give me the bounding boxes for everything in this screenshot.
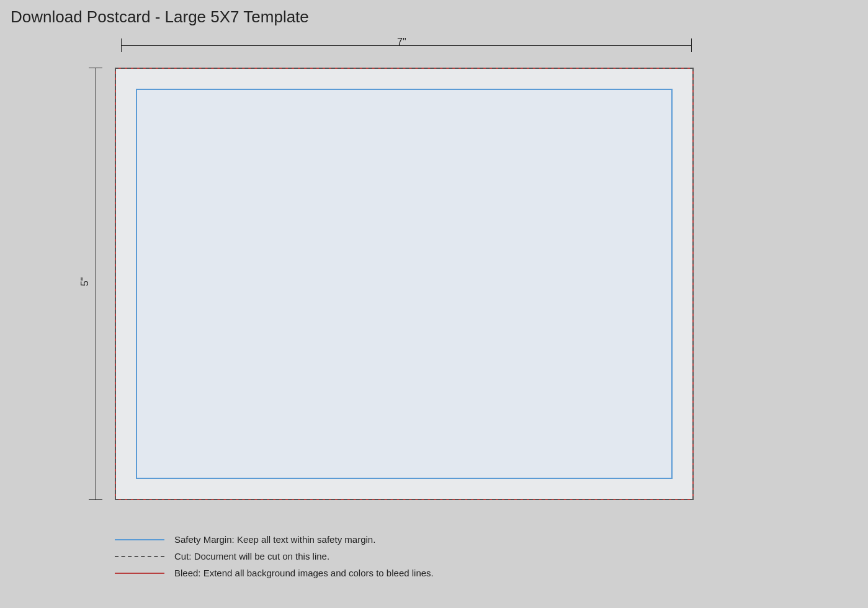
legend-cut-line xyxy=(115,556,164,557)
page-title: Download Postcard - Large 5X7 Template xyxy=(11,7,309,27)
legend-bleed-item: Bleed: Extend all background images and … xyxy=(115,568,434,578)
dim-height-label: 5" xyxy=(79,277,91,287)
legend-bleed-label: Bleed: Extend all background images and … xyxy=(174,568,434,578)
legend-bleed-line xyxy=(115,573,164,574)
safety-margin xyxy=(136,89,673,479)
legend-cut-label: Cut: Document will be cut on this line. xyxy=(174,551,329,561)
legend-safety-label: Safety Margin: Keep all text within safe… xyxy=(174,534,375,545)
dim-v-line xyxy=(96,68,96,500)
dim-h-line xyxy=(121,45,692,46)
legend-cut-item: Cut: Document will be cut on this line. xyxy=(115,551,434,561)
legend-safety-item: Safety Margin: Keep all text within safe… xyxy=(115,534,434,545)
dim-width-label: 7" xyxy=(397,37,406,48)
legend: Safety Margin: Keep all text within safe… xyxy=(115,534,434,584)
legend-safety-line xyxy=(115,539,164,540)
